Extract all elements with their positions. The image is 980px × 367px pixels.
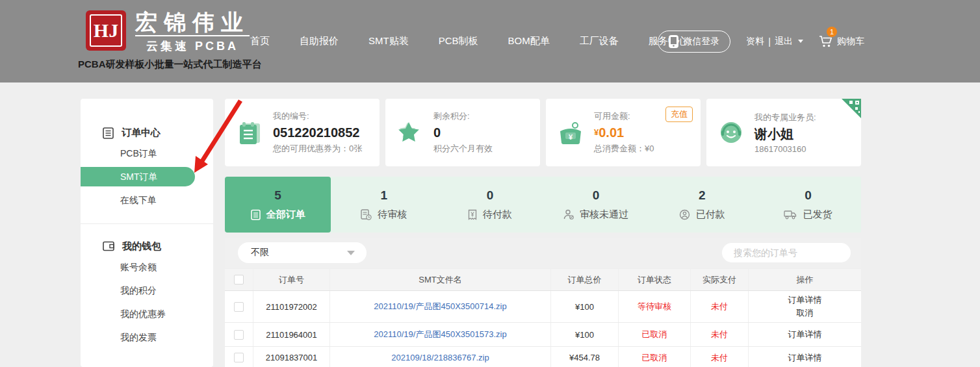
tab-shipped-count: 0 [805,188,812,203]
sidebar-item-pcb-orders[interactable]: PCB订单 [81,142,213,165]
order-total: ¥100 [551,291,619,322]
my-id-value: 051220210852 [273,125,362,140]
card-my-id: 我的编号: 051220210852 您的可用优惠券为：0张 [225,99,380,166]
agent-label: 我的专属业务员: [754,112,816,123]
table-header-row: 订单号 SMT文件名 订单总价 订单状态 实际支付 操作 [225,269,861,291]
tagline: PCBA研发样板小批量一站式代工制造平台 [78,58,262,71]
tab-pending-review-label: 待审核 [378,209,407,221]
cart-icon [819,35,833,48]
order-search [722,243,851,262]
phone-icon [669,35,678,48]
notepad-icon [235,118,264,147]
sidebar-item-online-order[interactable]: 在线下单 [81,188,213,212]
order-center-icon [103,127,114,139]
smt-file-link[interactable]: 202110/19/产品图450X3501573.zip [374,329,506,340]
select-all-checkbox[interactable] [234,275,244,285]
star-icon [396,118,424,147]
col-paid: 实际支付 [691,269,749,290]
points-sub: 积分六个月有效 [433,143,493,155]
recharge-button[interactable]: 充值 [665,107,693,122]
sidebar-divider [81,223,213,224]
logo: HJ 宏锦伟业 云集速 PCBA [86,10,250,54]
nav-smt[interactable]: SMT贴装 [368,35,409,47]
tab-paid-label: 已付款 [696,209,725,221]
logout-link[interactable]: 退出 [775,36,793,47]
nav-pcb[interactable]: PCB制板 [439,35,478,47]
sidebar-item-points[interactable]: 我的积分 [81,279,213,302]
card-agent: 我的专属业务员: 谢小姐 18617003160 [706,99,861,166]
paid-status: 未付 [711,301,728,312]
tab-all-label: 全部订单 [266,209,305,221]
nav-bom[interactable]: BOM配单 [508,35,550,47]
row-checkbox[interactable] [234,302,244,312]
smt-file-link[interactable]: 202110/19/产品图450X3500714.zip [374,301,506,312]
nav-home[interactable]: 首页 [250,35,270,47]
sidebar-item-coupons[interactable]: 我的优惠券 [81,302,213,325]
points-value: 0 [433,125,493,140]
col-status: 订单状态 [619,269,691,290]
row-checkbox[interactable] [234,330,244,340]
order-cancel-link[interactable]: 取消 [797,307,814,320]
wechat-login-button[interactable]: 微信登录 [658,31,730,53]
col-actions: 操作 [749,269,861,290]
col-smt-file: SMT文件名 [330,269,551,290]
agent-name: 谢小姐 [754,127,816,141]
filter-bar: 不限 [225,238,861,268]
row-checkbox[interactable] [234,353,244,362]
brand-subtitle: 云集速 PCBA [135,38,250,54]
tab-paid[interactable]: 2 已付款 [649,177,755,233]
chevron-down-icon [798,40,803,43]
sidebar-item-invoice[interactable]: 我的发票 [81,325,213,349]
clipboard-icon [251,209,261,220]
order-detail-link[interactable]: 订单详情 [788,351,822,364]
person-reject-icon [563,209,574,220]
cart-label: 购物车 [837,36,864,47]
nav-self-quote[interactable]: 自助报价 [300,35,339,47]
col-total: 订单总价 [551,269,619,290]
tab-all-orders[interactable]: 5 全部订单 [225,177,331,233]
status-filter-dropdown[interactable]: 不限 [238,242,367,263]
person-paid-icon [679,209,690,220]
cart-button[interactable]: 1 购物车 [819,35,864,48]
table-row: 21091837001 202109/18/218836767.zip ¥454… [225,347,861,367]
logo-monogram: HJ [90,14,122,47]
order-search-input[interactable] [734,247,851,258]
tab-shipped[interactable]: 0 已发货 [755,177,861,233]
service-agent-icon [717,118,745,147]
tab-pending-review-count: 1 [380,188,387,203]
qr-code-corner-icon[interactable] [842,99,861,118]
tab-all-count: 5 [274,188,281,203]
points-label: 剩余积分: [433,110,493,122]
sidebar: 订单中心 PCB订单 SMT订单 在线下单 我的钱包 账号余额 我的积分 我的优… [81,99,213,367]
tab-review-failed[interactable]: 0 审核未通过 [543,177,649,233]
section-title-order-center: 订单中心 [122,127,161,139]
card-points: 剩余积分: 0 积分六个月有效 [385,99,540,166]
order-detail-link[interactable]: 订单详情 [788,294,822,307]
smt-file-link[interactable]: 202109/18/218836767.zip [391,353,489,362]
tab-pending-payment[interactable]: 0 待付款 [437,177,543,233]
section-title-wallet: 我的钱包 [122,240,161,253]
paid-status: 未付 [711,352,728,364]
agent-phone: 18617003160 [754,144,816,154]
main-content: 我的编号: 051220210852 您的可用优惠券为：0张 剩余积分: 0 积… [225,99,861,367]
wallet-icon [103,241,114,251]
main-nav: 首页 自助报价 SMT贴装 PCB制板 BOM配单 工厂设备 服务中心 [250,0,688,82]
profile-link[interactable]: 资料 [746,36,764,47]
sidebar-item-smt-orders[interactable]: SMT订单 [81,167,195,186]
order-no: 21091837001 [253,347,330,367]
tab-pending-review[interactable]: 1 待审核 [331,177,437,233]
table-row: 21101972002 202110/19/产品图450X3500714.zip… [225,291,861,323]
tab-paid-count: 2 [699,188,706,203]
nav-factory[interactable]: 工厂设备 [580,35,619,47]
wechat-login-label: 微信登录 [683,36,719,47]
status-badge: 已取消 [642,352,667,364]
status-badge: 等待审核 [638,301,671,312]
sidebar-item-balance[interactable]: 账号余额 [81,255,213,279]
order-total: ¥454.78 [551,347,619,367]
order-detail-link[interactable]: 订单详情 [788,328,822,341]
order-total: ¥100 [551,323,619,346]
purse-icon: ¥ [556,118,585,147]
table-row: 21101964001 202110/19/产品图450X3501573.zip… [225,323,861,347]
my-id-label: 我的编号: [273,110,362,122]
col-order-no: 订单号 [253,269,330,290]
